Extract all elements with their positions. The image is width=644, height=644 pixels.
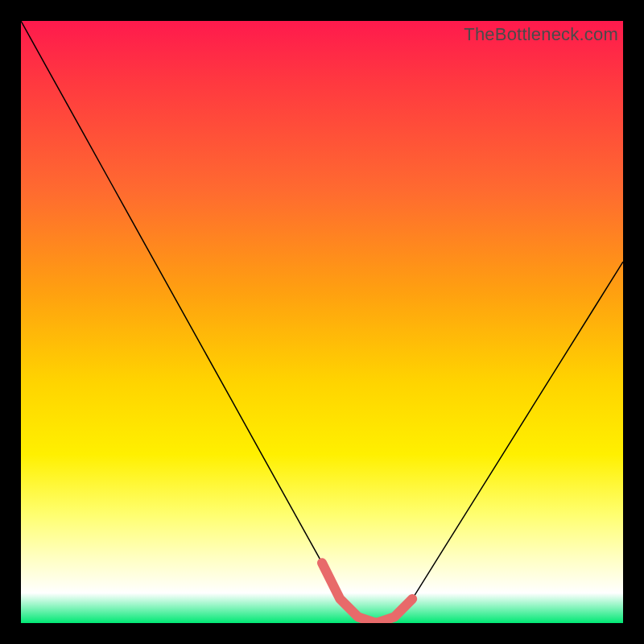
curve-layer: [21, 21, 623, 623]
optimal-range-marker: [322, 563, 412, 623]
bottleneck-curve: [21, 21, 623, 623]
chart-frame: TheBottleneck.com: [0, 0, 644, 644]
plot-area: TheBottleneck.com: [21, 21, 623, 623]
